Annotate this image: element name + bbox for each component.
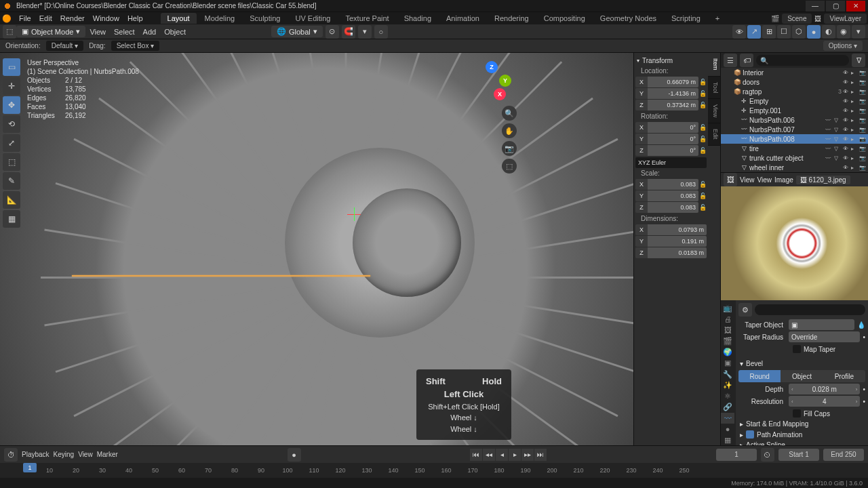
modifier-icon[interactable]: ▽ [834,117,842,123]
lock-icon[interactable]: 🔓 [698,90,707,97]
axis-z[interactable]: Z [635,100,648,110]
outliner-item[interactable]: 📦ragtop3👁▸📷 [721,87,868,96]
start-frame[interactable]: Start 1 [778,449,819,461]
prop-tab-modifier[interactable]: 🔧 [721,369,734,379]
play[interactable]: ▸ [509,449,521,461]
render-icon[interactable]: 📷 [859,117,867,123]
data-icon[interactable]: 〰 [825,117,833,123]
modifier-icon[interactable]: ▽ [834,155,842,161]
bevel-object[interactable]: Object [781,370,823,382]
outliner-display-icon[interactable]: 🏷 [740,54,753,67]
select-icon[interactable]: ▸ [851,155,859,161]
outliner-item[interactable]: ✛Empty👁▸📷 [721,96,868,106]
jump-end[interactable]: ⏭ [534,449,547,461]
tab-add[interactable]: + [709,13,726,24]
section-path-anim[interactable]: ▸Path Animation [738,429,865,440]
location-x[interactable]: 0.66079 m [648,77,698,87]
section-start-end[interactable]: ▸Start & End Mapping [738,419,865,429]
render-icon[interactable]: 📷 [859,108,867,114]
eye-icon[interactable]: 👁 [843,108,850,114]
eye-icon[interactable]: 👁 [843,127,850,133]
eye-icon[interactable]: 👁 [843,117,850,123]
properties-search[interactable] [755,304,865,315]
dot-icon[interactable]: • [863,386,865,393]
xray-toggle[interactable]: ☐ [777,25,791,39]
scale-x[interactable]: 0.083 [648,179,698,190]
overlay-toggle[interactable]: ⊞ [762,25,776,39]
n-tab-edit[interactable]: Edit [708,123,720,146]
transform-panel-head[interactable]: ▾Transform [635,56,707,66]
pivot-icon[interactable]: ⊙ [326,25,339,39]
prop-tab-render[interactable]: 📺 [721,303,734,313]
next-key[interactable]: ▸▸ [521,449,534,461]
pan-icon[interactable]: ✋ [502,123,517,138]
axis-x-icon[interactable]: X [494,88,506,100]
select-icon[interactable]: ▸ [851,98,859,104]
prop-tab-object[interactable]: ▣ [721,358,734,368]
select-icon[interactable]: ▸ [851,117,859,123]
nav-gizmo[interactable]: Z Y X [472,61,511,100]
blender-icon[interactable]: 🟠 [1,13,12,24]
lock-icon[interactable]: 🔓 [698,102,707,108]
vp-menu-select[interactable]: Select [110,26,139,37]
rotation-mode[interactable]: XYZ Euler [635,157,707,168]
path-anim-checkbox[interactable] [746,430,754,439]
bevel-section-head[interactable]: ▾Bevel [738,359,865,369]
rotation-z[interactable]: 0° [648,145,698,156]
axis-y[interactable]: Y [635,190,648,201]
axis-x[interactable]: X [635,77,648,87]
prop-tab-physics[interactable]: ⚛ [721,391,734,401]
tl-marker[interactable]: Marker [97,451,118,458]
render-icon[interactable]: 📷 [859,89,867,95]
editor-type-icon[interactable]: ⬚ [3,25,16,39]
dim-x[interactable]: 0.0793 m [648,224,707,235]
axis-y[interactable]: Y [635,134,648,144]
select-icon[interactable]: ▸ [851,79,859,85]
lock-icon[interactable]: 🔓 [698,204,707,211]
img-menu-image[interactable]: Image [774,176,793,184]
tl-playback[interactable]: Playback [22,451,50,458]
tab-texpaint[interactable]: Texture Paint [338,13,395,24]
vp-menu-object[interactable]: Object [160,26,190,37]
tab-scripting[interactable]: Scripting [665,13,707,24]
n-tab-item[interactable]: Item [708,53,720,77]
resolution-field[interactable]: 4 [789,396,860,407]
drag-field[interactable]: Select Box ▾ [111,41,160,51]
shading-menu[interactable]: ▾ [852,25,865,39]
visibility-icon[interactable]: 👁 [732,25,746,39]
autokey-icon[interactable]: ● [288,448,301,462]
eye-icon[interactable]: 👁 [843,79,850,85]
prop-tab-constraint[interactable]: 🔗 [721,402,734,412]
minimize-button[interactable]: — [806,1,825,12]
menu-help[interactable]: Help [123,13,147,24]
props-type-icon[interactable]: ⚙ [738,303,752,317]
gizmo-toggle[interactable]: ↗ [747,25,761,39]
map-taper-checkbox[interactable] [793,345,801,353]
zoom-icon[interactable]: 🔍 [502,106,517,121]
bevel-round[interactable]: Round [738,370,781,382]
shading-wire[interactable]: ⬡ [792,25,806,39]
dim-z[interactable]: 0.0183 m [648,247,707,258]
eye-icon[interactable]: 👁 [843,98,850,104]
img-editor-icon[interactable]: 🖼 [724,173,737,186]
outliner-tree[interactable]: 📦Interior👁▸📷📦doors👁▸📷📦ragtop3👁▸📷✛Empty👁▸… [721,68,868,172]
tool-annotate[interactable]: ✎ [3,172,20,190]
tool-cursor[interactable]: ✛ [3,77,20,95]
eye-icon[interactable]: 👁 [843,146,850,152]
axis-y[interactable]: Y [635,88,648,99]
data-icon[interactable]: 〰 [825,146,833,152]
axis-x[interactable]: X [635,224,648,235]
snap-toggle[interactable]: 🧲 [342,25,355,39]
lock-icon[interactable]: 🔓 [698,147,707,154]
shading-solid[interactable]: ● [807,25,821,39]
tl-view[interactable]: View [78,451,93,458]
tab-layout[interactable]: Layout [161,13,197,24]
lock-icon[interactable]: 🔓 [698,192,707,199]
options-dropdown[interactable]: Options ▾ [823,41,863,51]
rotation-y[interactable]: 0° [648,134,698,144]
axis-z-icon[interactable]: Z [486,61,498,73]
rotation-x[interactable]: 0° [648,122,698,133]
modifier-icon[interactable]: ▽ [834,136,842,142]
vp-menu-view[interactable]: View [85,26,110,37]
eyedropper-icon[interactable]: 💧 [857,321,865,329]
